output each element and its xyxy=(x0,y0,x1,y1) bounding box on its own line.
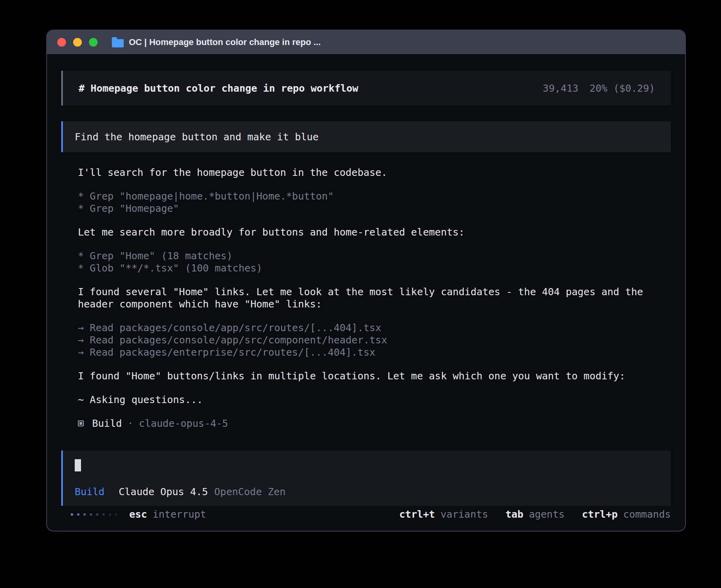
user-message-text: Find the homepage button and make it blu… xyxy=(75,131,319,143)
tool-call-read-2: → Read packages/console/app/src/componen… xyxy=(78,334,668,346)
read-arrow-icon: → xyxy=(78,347,90,358)
session-title: # Homepage button color change in repo w… xyxy=(79,82,358,94)
assistant-text: I'll search for the homepage button in t… xyxy=(78,166,668,179)
tool-star-icon: * xyxy=(78,262,90,274)
agent-status-line: Build · claude-opus-4-5 xyxy=(78,417,668,430)
tool-call-text: Grep "Homepage" xyxy=(90,203,179,214)
agent-icon xyxy=(78,420,84,426)
ctrl-t-key-label: ctrl+t xyxy=(399,508,435,520)
tool-call-read-3: → Read packages/enterprise/src/routes/[.… xyxy=(78,346,668,358)
model-provider-label: OpenCode Zen xyxy=(214,486,286,498)
read-arrow-icon: → xyxy=(78,322,90,334)
terminal-window: OC | Homepage button color change in rep… xyxy=(46,30,686,531)
agent-name: Build xyxy=(92,417,122,430)
read-arrow-icon: → xyxy=(78,334,90,346)
close-button[interactable] xyxy=(57,38,66,47)
conversation: I'll search for the homepage button in t… xyxy=(61,166,671,441)
tool-call-text: Read packages/console/app/src/routes/[..… xyxy=(90,322,381,334)
tool-call-glob-1: * Glob "**/*.tsx" (100 matches) xyxy=(78,262,668,274)
active-agent-label[interactable]: Build xyxy=(75,486,104,498)
zoom-button[interactable] xyxy=(89,38,98,47)
busy-spinner-icon xyxy=(71,513,117,516)
agent-model: claude-opus-4-5 xyxy=(139,417,228,430)
text-cursor xyxy=(75,459,81,471)
tab-key-label: tab xyxy=(506,508,523,520)
status-footer: esc interrupt ctrl+t variants tab agents… xyxy=(61,508,671,520)
tool-call-text: Glob "**/*.tsx" (100 matches) xyxy=(90,262,262,274)
session-stats: 39,413 20% ($0.29) xyxy=(543,82,655,94)
variants-hint: ctrl+t variants xyxy=(399,508,488,520)
assistant-text: Let me search more broadly for buttons a… xyxy=(78,226,668,238)
window-titlebar[interactable]: OC | Homepage button color change in rep… xyxy=(47,30,685,54)
esc-key-label: esc xyxy=(129,508,147,520)
minimize-button[interactable] xyxy=(73,38,82,47)
tool-call-grep-3: * Grep "Home" (18 matches) xyxy=(78,250,668,262)
tool-call-text: Grep "Home" (18 matches) xyxy=(90,250,232,262)
tool-call-grep-1: * Grep "homepage|home.*button|Home.*butt… xyxy=(78,190,668,202)
tool-call-text: Read packages/console/app/src/component/… xyxy=(90,334,387,346)
folder-icon xyxy=(112,39,124,47)
window-title-group: OC | Homepage button color change in rep… xyxy=(112,37,321,47)
ctrl-p-key-label: ctrl+p xyxy=(582,508,617,520)
keyboard-hints: ctrl+t variants tab agents ctrl+p comman… xyxy=(399,508,671,520)
terminal-content: # Homepage button color change in repo w… xyxy=(47,54,685,531)
status-asking-questions: ~ Asking questions... xyxy=(78,394,668,406)
user-message: Find the homepage button and make it blu… xyxy=(61,121,671,152)
tool-call-text: Grep "homepage|home.*button|Home.*button… xyxy=(90,190,334,202)
interrupt-hint: esc interrupt xyxy=(129,508,206,520)
token-count: 39,413 xyxy=(543,82,578,94)
prompt-input-area[interactable]: Build Claude Opus 4.5 OpenCode Zen xyxy=(61,450,671,506)
agent-separator: · xyxy=(127,417,133,430)
assistant-text: I found several "Home" links. Let me loo… xyxy=(78,286,668,310)
context-cost: 20% ($0.29) xyxy=(589,82,655,94)
traffic-lights xyxy=(57,38,98,47)
tool-star-icon: * xyxy=(78,190,90,202)
assistant-text: I found "Home" buttons/links in multiple… xyxy=(78,370,668,382)
commands-hint: ctrl+p commands xyxy=(582,508,671,520)
active-model-label[interactable]: Claude Opus 4.5 xyxy=(119,486,208,498)
tool-call-grep-2: * Grep "Homepage" xyxy=(78,202,668,215)
agents-label: agents xyxy=(529,508,564,520)
window-title: OC | Homepage button color change in rep… xyxy=(129,37,321,47)
commands-label: commands xyxy=(623,508,671,520)
tool-call-read-1: → Read packages/console/app/src/routes/[… xyxy=(78,322,668,334)
tool-call-text: Read packages/enterprise/src/routes/[...… xyxy=(90,347,375,358)
input-status-bar: Build Claude Opus 4.5 OpenCode Zen xyxy=(75,486,659,498)
session-header: # Homepage button color change in repo w… xyxy=(61,71,671,106)
interrupt-label: interrupt xyxy=(153,508,206,520)
tool-star-icon: * xyxy=(78,203,90,214)
agents-hint: tab agents xyxy=(506,508,564,520)
variants-label: variants xyxy=(440,508,488,520)
tool-star-icon: * xyxy=(78,250,90,262)
